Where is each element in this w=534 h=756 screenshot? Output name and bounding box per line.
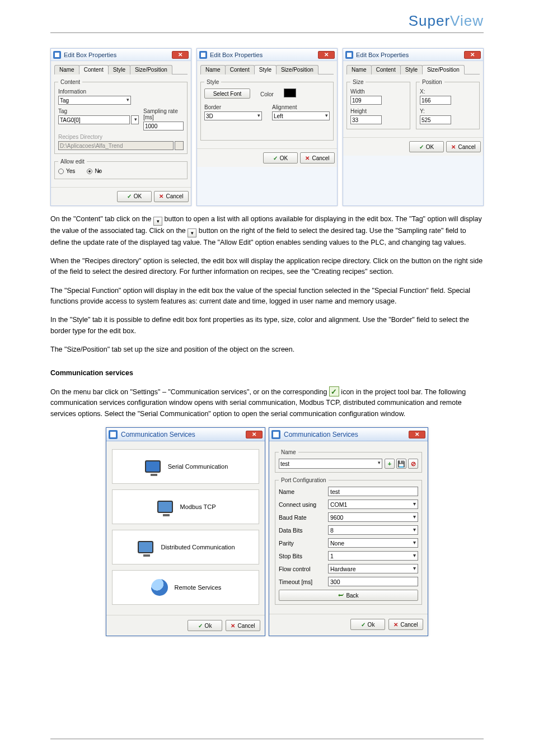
serial-icon [143, 457, 162, 476]
parity-dropdown[interactable]: None [328, 538, 418, 548]
content-fieldset: Content Information Tag Tag TAG0[0] Samp… [54, 79, 188, 154]
baud-rate-label: Baud Rate [279, 514, 328, 521]
size-fieldset: Size Width 109 Height 33 [346, 79, 410, 129]
border-label: Border [204, 104, 262, 110]
alignment-dropdown[interactable]: Left [272, 111, 330, 120]
modbus-label: Modbus TCP [180, 503, 216, 510]
delete-button[interactable]: ⊘ [408, 459, 418, 469]
color-label: Color [260, 91, 274, 97]
prose-sizepos-tab: The "Size/Position" tab set up the size … [50, 344, 484, 355]
window-icon [109, 430, 118, 439]
allowedit-fieldset: Allow edit Yes No [54, 158, 188, 179]
flow-control-label: Flow control [279, 566, 328, 572]
modbus-tcp-card[interactable]: Modbus TCP [112, 489, 259, 524]
timeout-input[interactable]: 300 [328, 577, 418, 586]
recipes-label: Recipes Directory [58, 134, 184, 140]
timeout-label: Timeout [ms] [279, 578, 328, 585]
close-icon[interactable]: ✕ [464, 51, 481, 59]
tab-sizepos[interactable]: Size/Position [276, 65, 318, 74]
distributed-comm-card[interactable]: Distributed Communication [112, 530, 259, 564]
back-button[interactable]: ⮨Back [279, 590, 418, 601]
flow-control-dropdown[interactable]: Hardware [328, 564, 418, 573]
select-font-button[interactable]: Select Font [204, 88, 250, 99]
stop-bits-dropdown[interactable]: 1 [328, 551, 418, 561]
height-label: Height [350, 108, 406, 114]
alignment-label: Alignment [272, 104, 330, 110]
close-icon[interactable]: ✕ [246, 431, 263, 438]
ok-button[interactable]: ✓Ok [350, 619, 385, 630]
x-input[interactable]: 166 [420, 96, 451, 105]
name-fieldset: Name test + 💾 ⊘ [275, 449, 422, 473]
tab-style[interactable]: Style [254, 65, 277, 74]
width-input[interactable]: 109 [350, 96, 382, 105]
cancel-button[interactable]: ✕Cancel [300, 152, 335, 164]
header-rule [50, 32, 484, 33]
editbox-props-style-window: Edit Box Properties ✕ Name Content Style… [196, 48, 338, 206]
serial-label: Serial Communication [168, 463, 228, 470]
prose-content-tab: On the "Content" tab click on the ▾ butt… [50, 214, 484, 248]
tab-content[interactable]: Content [225, 65, 255, 74]
window-title: Edit Box Properties [210, 52, 318, 58]
remote-services-card[interactable]: Remote Services [112, 570, 259, 605]
close-icon[interactable]: ✕ [318, 51, 335, 59]
window-title: Communication Services [121, 431, 246, 438]
remote-icon [150, 578, 169, 597]
tabs: Name Content Style Size/Position [200, 64, 334, 74]
connect-using-dropdown[interactable]: COM1 [328, 500, 418, 509]
prose-recipes: When the "Recipes directory" option is s… [50, 256, 484, 278]
prose-special-function: The "Special Function" option will displ… [50, 286, 484, 307]
color-swatch[interactable] [284, 88, 296, 97]
tab-name[interactable]: Name [54, 65, 79, 74]
tab-name[interactable]: Name [346, 65, 372, 74]
cancel-button[interactable]: ✕Cancel [154, 191, 189, 202]
y-input[interactable]: 525 [420, 115, 451, 124]
allowedit-legend: Allow edit [58, 158, 87, 165]
ok-button[interactable]: ✓Ok [188, 620, 222, 631]
parity-label: Parity [279, 540, 328, 547]
tab-name[interactable]: Name [200, 65, 226, 74]
border-dropdown[interactable]: 3D [204, 111, 262, 120]
tab-content[interactable]: Content [371, 65, 401, 74]
tab-style[interactable]: Style [400, 65, 423, 74]
window-icon [53, 51, 61, 59]
name-field-input[interactable]: test [328, 487, 418, 496]
allowedit-no[interactable]: No [87, 168, 102, 174]
data-bits-dropdown[interactable]: 8 [328, 525, 418, 535]
save-button[interactable]: 💾 [396, 459, 406, 469]
editbox-props-content-window: Edit Box Properties ✕ Name Content Style… [50, 48, 191, 206]
window-title: Communication Services [284, 431, 409, 438]
tag-input[interactable]: TAG0[0] [58, 115, 130, 124]
tab-style[interactable]: Style [108, 65, 130, 74]
name-field-label: Name [279, 488, 328, 495]
window-title: Edit Box Properties [64, 52, 172, 58]
tag-browse[interactable] [131, 115, 139, 124]
ok-button[interactable]: ✓OK [263, 152, 298, 164]
cancel-button[interactable]: ✕Cancel [226, 620, 260, 631]
data-bits-label: Data Bits [279, 527, 328, 534]
tab-content[interactable]: Content [79, 65, 109, 74]
close-icon[interactable]: ✕ [172, 51, 189, 59]
comm-services-chooser-window: Communication Services ✕ Serial Communic… [106, 427, 265, 636]
add-button[interactable]: + [385, 459, 395, 469]
connect-using-label: Connect using [279, 501, 328, 508]
information-dropdown[interactable]: Tag [58, 96, 131, 105]
cancel-button[interactable]: ✕Cancel [388, 619, 423, 630]
port-config-fieldset: Port Configuration Nametest Connect usin… [275, 477, 422, 605]
cancel-button[interactable]: ✕Cancel [446, 141, 481, 152]
name-dropdown[interactable]: test [279, 459, 382, 469]
editbox-props-sizepos-window: Edit Box Properties ✕ Name Content Style… [343, 48, 484, 206]
stop-bits-label: Stop Bits [279, 553, 328, 559]
recipes-input: D:\Aplicacoes\Alfa_Trend [58, 141, 174, 150]
serial-communication-card[interactable]: Serial Communication [112, 449, 259, 484]
window-title: Edit Box Properties [356, 52, 464, 58]
sampling-input[interactable]: 1000 [143, 122, 184, 130]
tab-sizepos[interactable]: Size/Position [422, 65, 465, 74]
ok-button[interactable]: ✓OK [409, 141, 444, 152]
baud-rate-dropdown[interactable]: 9600 [328, 512, 418, 522]
tab-sizepos[interactable]: Size/Position [130, 65, 172, 74]
height-input[interactable]: 33 [350, 115, 382, 124]
allowedit-yes[interactable]: Yes [58, 168, 75, 174]
brand-logo: SuperView [409, 12, 484, 30]
close-icon[interactable]: ✕ [409, 431, 425, 438]
ok-button[interactable]: ✓OK [117, 191, 152, 202]
